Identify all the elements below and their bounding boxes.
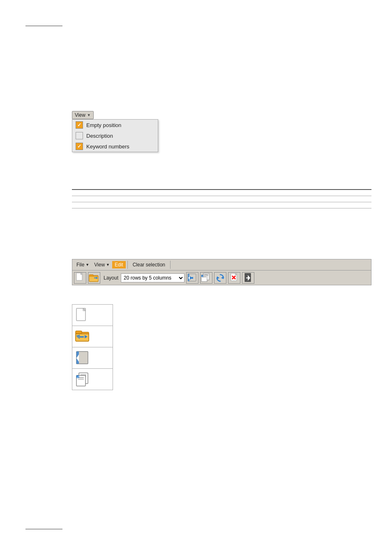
hr-thin-2	[72, 202, 371, 202]
checkbox-keyword-numbers: ✓	[76, 143, 83, 150]
layout-label: Layout	[104, 275, 118, 281]
svg-rect-37	[80, 336, 84, 338]
svg-rect-5	[89, 276, 98, 282]
checkbox-description	[76, 132, 83, 139]
view-menu-arrow: ▼	[87, 113, 91, 117]
svg-rect-51	[76, 375, 79, 378]
big-copy-icon	[75, 372, 90, 387]
big-import-icon	[75, 350, 90, 366]
menu-item-description[interactable]: Description	[72, 130, 158, 141]
open-folder-icon	[89, 273, 99, 282]
svg-rect-18	[202, 277, 206, 278]
goto-button[interactable]	[186, 272, 198, 284]
svg-marker-21	[221, 276, 224, 279]
menu-item-empty-position[interactable]: ✓ Empty position	[72, 120, 158, 130]
big-new-file-icon	[75, 308, 90, 323]
toolbar-separator-1	[127, 261, 128, 269]
hr-section	[72, 189, 371, 214]
big-open-folder-icon	[75, 329, 90, 345]
big-icon-import-cell[interactable]	[72, 347, 113, 369]
big-icon-table	[72, 304, 113, 390]
svg-rect-30	[246, 278, 249, 278]
file-arrow-icon: ▼	[85, 263, 89, 267]
keyword-numbers-label: Keyword numbers	[86, 143, 129, 150]
copy-paste-button[interactable]	[200, 272, 212, 284]
toolbar-menu-bar: File ▼ View ▼ Edit Clear selection	[72, 259, 371, 271]
big-icon-table-section	[72, 304, 113, 390]
delete-button[interactable]	[228, 272, 240, 284]
svg-rect-35	[76, 331, 82, 333]
new-file-icon	[76, 273, 85, 283]
view-arrow-icon: ▼	[106, 263, 110, 267]
hr-thin-3	[72, 208, 371, 208]
empty-position-label: Empty position	[86, 122, 121, 128]
checkbox-empty-position: ✓	[76, 121, 83, 129]
bottom-decorative-line	[25, 529, 62, 530]
toolbar-section: File ▼ View ▼ Edit Clear selection	[72, 259, 371, 285]
toolbar-separator-2	[170, 261, 171, 269]
big-icon-new-file-cell[interactable]	[72, 305, 113, 326]
menu-item-keyword-numbers[interactable]: ✓ Keyword numbers	[72, 141, 158, 152]
svg-rect-49	[78, 379, 84, 380]
view-dropdown-menu: ✓ Empty position Description ✓ Keyword n…	[72, 119, 158, 152]
svg-marker-22	[217, 276, 219, 279]
view-menu-button-toolbar[interactable]: View ▼	[92, 261, 112, 268]
layout-select[interactable]: 20 rows by 5 columns 10 rows by 5 column…	[121, 273, 184, 282]
new-file-button[interactable]	[74, 272, 86, 284]
view-menu-label: View	[75, 112, 85, 118]
delete-icon	[229, 273, 239, 283]
file-menu-button[interactable]: File ▼	[74, 261, 92, 268]
svg-rect-8	[94, 278, 96, 278]
description-label: Description	[86, 133, 113, 139]
big-icon-copy-cell[interactable]	[72, 369, 113, 390]
big-icon-open-folder-cell[interactable]	[72, 326, 113, 347]
arrow-right-button[interactable]	[242, 272, 254, 284]
hr-thin-1	[72, 196, 371, 196]
copy-paste-icon	[201, 273, 212, 283]
rotate-button[interactable]	[214, 272, 226, 284]
top-decorative-line	[25, 25, 62, 26]
open-folder-button[interactable]	[88, 272, 100, 284]
svg-rect-4	[89, 275, 93, 276]
hr-thick-1	[72, 189, 371, 190]
rotate-icon	[215, 273, 225, 283]
view-menu-button[interactable]: View ▼	[72, 111, 94, 119]
goto-icon	[187, 273, 197, 282]
edit-menu-button[interactable]: Edit	[112, 261, 126, 268]
clear-selection-button[interactable]: Clear selection	[129, 261, 168, 268]
arrow-right-icon	[244, 273, 252, 283]
icon-toolbar-row: Layout 20 rows by 5 columns 10 rows by 5…	[72, 271, 371, 285]
